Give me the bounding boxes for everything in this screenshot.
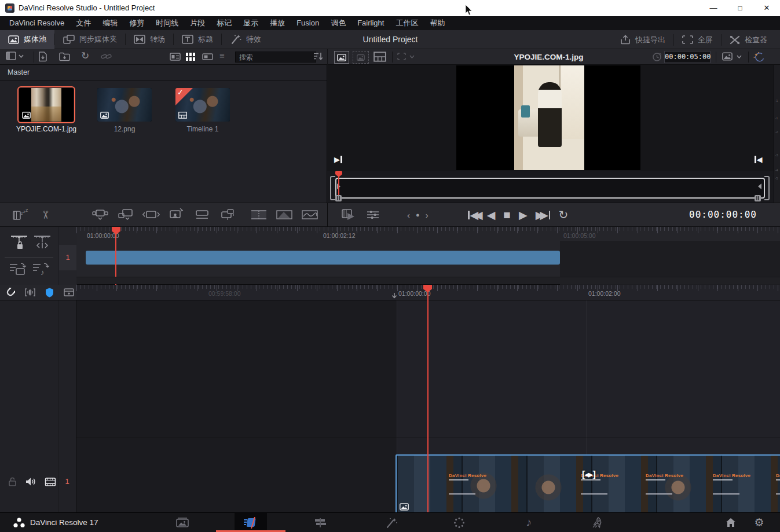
sync-audio-button[interactable]: ♪ (32, 262, 51, 277)
smart-insert-button[interactable] (88, 203, 112, 226)
sync-clip-button[interactable] (9, 262, 28, 277)
sync-bin-tab[interactable]: 同步媒体夹 (55, 30, 125, 49)
trim-handle-right[interactable] (755, 195, 761, 201)
render-preview-button[interactable] (339, 203, 360, 226)
loop-button[interactable]: ↻ (558, 208, 568, 222)
menu-clip[interactable]: 片段 (184, 16, 211, 30)
menu-fusion[interactable]: Fusion (291, 16, 325, 30)
media-clip-thumbnail[interactable] (97, 88, 152, 122)
bin-list-toggle[interactable] (6, 52, 24, 60)
menu-color[interactable]: 调色 (325, 16, 351, 30)
list-view-button[interactable]: ≡ (219, 50, 225, 60)
split-clip-button[interactable]: ✂ (34, 205, 57, 225)
menu-file[interactable]: 文件 (70, 16, 97, 30)
search-input[interactable] (235, 52, 316, 63)
speed-control[interactable] (652, 52, 662, 62)
home-button[interactable] (715, 513, 747, 532)
position-lock-shield-button[interactable] (45, 288, 54, 298)
upper-timeline-scrollbar[interactable] (76, 277, 780, 284)
menu-mark[interactable]: 标记 (211, 16, 237, 30)
place-on-top-button[interactable] (190, 203, 214, 226)
go-to-start-button[interactable]: ◀◀ (468, 208, 479, 222)
close-button[interactable]: ✕ (753, 0, 780, 16)
add-subtitle-track-button[interactable] (64, 288, 74, 296)
jog-right-icon[interactable]: › (426, 210, 429, 220)
settings-button[interactable]: ⚙ (743, 513, 775, 532)
timeline-clip-selected[interactable]: DaVinci Resolve DaVinci Resolve DaVinci … (396, 454, 780, 515)
menu-workspace[interactable]: 工作区 (390, 16, 424, 30)
refresh-button[interactable]: ↻ (81, 50, 89, 62)
page-color[interactable] (443, 513, 475, 532)
source-overwrite-button[interactable] (215, 203, 240, 226)
viewer-canvas[interactable] (456, 65, 640, 170)
menu-edit[interactable]: 编辑 (97, 16, 123, 30)
transitions-tab[interactable]: 转场 (126, 30, 173, 49)
bin-breadcrumb[interactable]: Master (0, 65, 327, 80)
menu-playback[interactable]: 播放 (264, 16, 291, 30)
media-clip-thumbnail[interactable] (19, 88, 74, 122)
range-start-bracket[interactable] (330, 176, 335, 200)
page-cut[interactable] (235, 513, 267, 532)
page-media[interactable] (166, 513, 199, 532)
page-fairlight[interactable]: ♪ (512, 513, 545, 532)
menu-help[interactable]: 帮助 (424, 16, 451, 30)
minimize-button[interactable]: — (700, 0, 727, 16)
track-audio-icon[interactable] (25, 477, 36, 486)
maximize-button[interactable]: □ (727, 0, 753, 16)
metadata-view-button[interactable] (170, 53, 181, 61)
timeline-timecode[interactable]: 00:00:00:00 (689, 203, 757, 226)
page-deliver[interactable] (581, 513, 613, 532)
mark-in-indicator[interactable]: ▶ (334, 155, 342, 164)
source-tape-mode-button[interactable] (353, 51, 369, 64)
strip-view-button[interactable] (202, 53, 213, 60)
mark-out-indicator[interactable]: ◀ (755, 155, 763, 164)
dissolve-transition-button[interactable] (273, 203, 295, 226)
menu-trim[interactable]: 修剪 (123, 16, 150, 30)
import-media-button[interactable] (38, 52, 47, 62)
step-back-button[interactable]: ◀ (487, 208, 496, 222)
trim-handle-left[interactable] (335, 195, 342, 201)
tools-panel-button[interactable] (362, 203, 383, 226)
smooth-cut-button[interactable] (299, 203, 321, 226)
track-lock-icon[interactable] (8, 477, 17, 486)
page-edit[interactable] (304, 513, 336, 532)
ripple-overwrite-button[interactable] (139, 203, 163, 226)
audio-trim-button[interactable] (25, 288, 35, 296)
inspector-button[interactable]: 检查器 (722, 30, 775, 49)
fullscreen-button[interactable]: 全屏 (674, 30, 721, 49)
lower-playhead[interactable] (427, 285, 429, 512)
timeline-mode-button[interactable] (373, 52, 386, 62)
upper-playhead[interactable] (115, 227, 116, 285)
quick-export-button[interactable]: 快捷导出 (612, 30, 673, 49)
menu-fairlight[interactable]: Fairlight (351, 16, 390, 30)
upper-timeline-clip[interactable] (86, 251, 560, 265)
range-end-bracket[interactable] (764, 176, 770, 200)
upper-timeline-area[interactable]: 01:00:00:00 01:00:02:12 01:00:05:00 (76, 227, 780, 285)
titles-tab[interactable]: 标题 (174, 30, 221, 49)
effects-tab[interactable]: 特效 (222, 30, 269, 49)
boring-detector-button[interactable]: z z Z (9, 203, 32, 226)
thumbnail-view-button[interactable] (186, 53, 195, 61)
viewer-overlay-control[interactable] (722, 52, 742, 61)
viewer-scrub-bar[interactable] (327, 171, 774, 203)
play-button[interactable]: ▶ (519, 208, 528, 222)
enhance-button[interactable] (753, 52, 764, 62)
append-button[interactable] (113, 203, 138, 226)
clip-range[interactable] (335, 178, 765, 199)
sort-button[interactable] (313, 52, 323, 61)
track-video-icon[interactable] (45, 478, 56, 486)
go-to-end-button[interactable]: ▶▶ (536, 208, 551, 222)
jog-left-icon[interactable]: ‹ (407, 210, 410, 220)
playhead-lock-button[interactable] (10, 235, 28, 250)
jog-dot-icon[interactable]: ● (416, 211, 420, 218)
timeline-thumbnail[interactable]: ✓ (175, 88, 230, 122)
clip-duration-field[interactable]: 00:00:05:00 (664, 51, 711, 63)
menu-davinci-resolve[interactable]: DaVinci Resolve (3, 16, 70, 30)
source-clip-mode-button[interactable] (334, 51, 349, 64)
page-fusion[interactable] (375, 513, 408, 532)
close-up-button[interactable] (164, 203, 189, 226)
lower-timeline-area[interactable]: DaVinci Resolve DaVinci Resolve DaVinci … (76, 300, 780, 512)
trim-mode-button[interactable] (34, 235, 51, 250)
menu-view[interactable]: 显示 (237, 16, 264, 30)
cut-transition-button[interactable] (248, 203, 270, 226)
